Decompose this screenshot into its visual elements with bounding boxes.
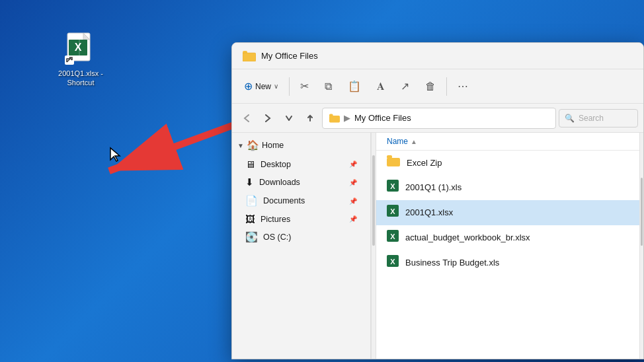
file-name-2001q1-1: 2001Q1 (1).xls bbox=[405, 182, 462, 192]
delete-icon: 🗑 bbox=[425, 81, 436, 92]
file-name-actual-budget: actual_budget_workbook_br.xlsx bbox=[405, 233, 530, 242]
scrollbar-thumb bbox=[641, 178, 643, 246]
file-list-header[interactable]: Name ▲ bbox=[376, 133, 639, 151]
rename-icon: 𝐀 bbox=[377, 81, 385, 92]
back-button[interactable] bbox=[237, 109, 256, 127]
sidebar: ▼ 🏠 Home 🖥 Desktop 📌 ⬇ Downloads 📌 📄 Doc… bbox=[232, 133, 371, 359]
new-button[interactable]: ⊕ New ∨ bbox=[237, 76, 285, 96]
excel-icon-2001q1-1: X bbox=[387, 180, 399, 195]
downloads-icon: ⬇ bbox=[245, 176, 254, 188]
pin-icon-pictures: 📌 bbox=[349, 215, 357, 223]
title-bar-folder-icon bbox=[243, 51, 256, 61]
sidebar-scrollbar[interactable] bbox=[371, 133, 376, 359]
desktop-icon-2001q1[interactable]: X 2001Q1.xlsx - Shortcut bbox=[54, 32, 107, 88]
sidebar-documents-label: Documents bbox=[263, 196, 305, 205]
excel-icon-actual-budget: X bbox=[387, 230, 399, 245]
explorer-window: My Office Files ⊕ New ∨ ✂ ⧉ 📋 𝐀 ↗ 🗑 ⋯ bbox=[231, 42, 644, 359]
nav-bar: ▶ My Office Files 🔍 Search bbox=[232, 104, 643, 133]
dropdown-button[interactable] bbox=[280, 109, 298, 127]
pictures-icon: 🖼 bbox=[245, 213, 255, 225]
toolbar: ⊕ New ∨ ✂ ⧉ 📋 𝐀 ↗ 🗑 ⋯ bbox=[232, 69, 643, 104]
delete-button[interactable]: 🗑 bbox=[419, 77, 442, 96]
file-pane: Name ▲ Excel Zip X bbox=[376, 133, 639, 359]
forward-button[interactable] bbox=[259, 109, 277, 127]
name-column-header: Name bbox=[387, 137, 408, 146]
svg-text:X: X bbox=[75, 42, 82, 53]
rename-button[interactable]: 𝐀 bbox=[370, 77, 391, 96]
title-bar: My Office Files bbox=[232, 43, 643, 69]
window-title: My Office Files bbox=[261, 51, 318, 61]
svg-text:X: X bbox=[390, 258, 395, 266]
sidebar-item-desktop[interactable]: 🖥 Desktop 📌 bbox=[235, 155, 368, 173]
toolbar-separator-1 bbox=[289, 77, 290, 96]
file-item-2001q1[interactable]: X 2001Q1.xlsx bbox=[376, 200, 639, 225]
address-bar[interactable]: ▶ My Office Files bbox=[322, 108, 556, 129]
toolbar-separator-2 bbox=[446, 77, 447, 96]
content-area: ▼ 🏠 Home 🖥 Desktop 📌 ⬇ Downloads 📌 📄 Doc… bbox=[232, 133, 643, 359]
sort-icon: ▲ bbox=[411, 138, 417, 145]
folder-icon bbox=[387, 155, 400, 170]
file-name-excel-zip: Excel Zip bbox=[407, 158, 442, 168]
pin-icon-downloads: 📌 bbox=[349, 179, 357, 186]
excel-icon-business-trip: X bbox=[387, 255, 399, 270]
section-chevron-icon: ▼ bbox=[237, 142, 244, 149]
file-name-2001q1: 2001Q1.xlsx bbox=[405, 207, 453, 217]
sidebar-item-documents[interactable]: 📄 Documents 📌 bbox=[235, 192, 368, 210]
file-name-business-trip: Business Trip Budget.xls bbox=[405, 258, 499, 268]
excel-icon-2001q1: X bbox=[387, 205, 399, 220]
file-item-actual-budget[interactable]: X actual_budget_workbook_br.xlsx bbox=[376, 225, 639, 250]
cut-button[interactable]: ✂ bbox=[294, 76, 315, 96]
svg-rect-18 bbox=[387, 158, 400, 166]
sidebar-item-downloads[interactable]: ⬇ Downloads 📌 bbox=[235, 173, 368, 192]
address-separator: ▶ bbox=[344, 113, 350, 123]
file-item-business-trip[interactable]: X Business Trip Budget.xls bbox=[376, 250, 639, 275]
up-button[interactable] bbox=[301, 109, 319, 127]
desktop-icon-sidebar: 🖥 bbox=[245, 159, 255, 170]
sidebar-scrollbar-thumb bbox=[372, 155, 375, 246]
paste-button[interactable]: 📋 bbox=[341, 76, 368, 96]
address-path: My Office Files bbox=[354, 113, 411, 123]
drive-icon: 💽 bbox=[245, 231, 258, 243]
documents-icon: 📄 bbox=[245, 195, 258, 207]
sidebar-item-pictures[interactable]: 🖼 Pictures 📌 bbox=[235, 210, 368, 228]
svg-text:X: X bbox=[390, 182, 395, 190]
sidebar-desktop-label: Desktop bbox=[261, 160, 291, 169]
paste-icon: 📋 bbox=[348, 80, 361, 92]
new-chevron-icon: ∨ bbox=[274, 83, 278, 90]
svg-rect-17 bbox=[329, 114, 333, 116]
search-button[interactable]: 🔍 Search bbox=[559, 109, 638, 127]
share-button[interactable]: ↗ bbox=[394, 76, 416, 96]
more-icon: ⋯ bbox=[458, 80, 468, 92]
desktop-icon-image: X bbox=[63, 32, 98, 66]
sidebar-item-os-c[interactable]: 💽 OS (C:) bbox=[235, 228, 368, 246]
copy-button[interactable]: ⧉ bbox=[318, 77, 339, 96]
sidebar-downloads-label: Downloads bbox=[259, 178, 300, 187]
shortcut-arrow-icon bbox=[65, 55, 74, 65]
new-button-label: New bbox=[255, 82, 271, 91]
search-icon: 🔍 bbox=[565, 114, 575, 123]
svg-text:X: X bbox=[390, 207, 395, 215]
home-icon: 🏠 bbox=[247, 139, 259, 151]
cut-icon: ✂ bbox=[300, 80, 309, 92]
section-home-label: Home bbox=[262, 141, 284, 150]
copy-icon: ⧉ bbox=[325, 81, 332, 92]
file-pane-scrollbar[interactable] bbox=[639, 133, 643, 359]
pin-icon-documents: 📌 bbox=[349, 198, 357, 205]
new-plus-icon: ⊕ bbox=[244, 80, 253, 92]
more-button[interactable]: ⋯ bbox=[451, 76, 475, 96]
sidebar-section-home[interactable]: ▼ 🏠 Home bbox=[232, 135, 370, 155]
file-item-2001q1-1[interactable]: X 2001Q1 (1).xls bbox=[376, 175, 639, 200]
pin-icon-desktop: 📌 bbox=[349, 161, 357, 168]
sidebar-os-label: OS (C:) bbox=[263, 233, 291, 242]
svg-rect-19 bbox=[387, 155, 392, 159]
file-item-excel-zip[interactable]: Excel Zip bbox=[376, 151, 639, 175]
svg-rect-14 bbox=[243, 51, 247, 54]
sidebar-pictures-label: Pictures bbox=[261, 215, 290, 224]
desktop-icon-label: 2001Q1.xlsx - Shortcut bbox=[58, 69, 103, 88]
svg-text:X: X bbox=[390, 233, 395, 240]
share-icon: ↗ bbox=[401, 80, 409, 92]
